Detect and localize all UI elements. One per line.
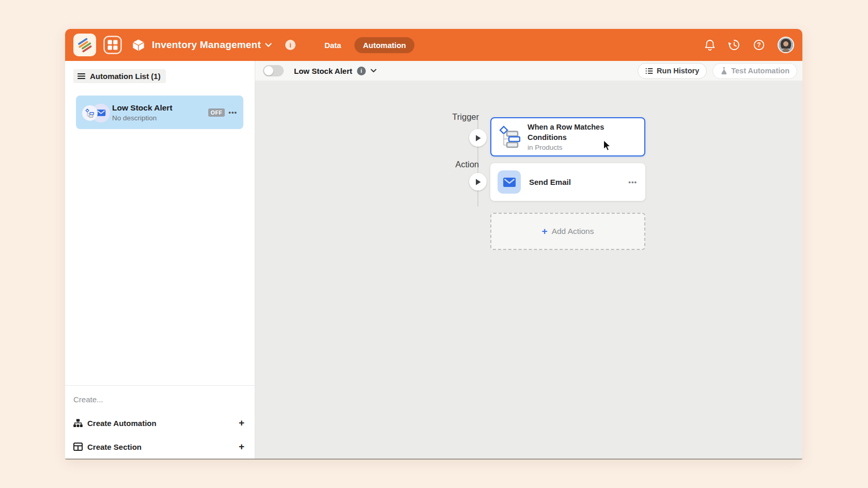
header-right-icons: ? [704,37,794,53]
automation-name: Low Stock Alert [294,67,352,75]
header-tabs: Data Automation [316,37,414,53]
hamburger-icon [78,73,85,80]
trigger-label: Trigger [417,112,479,122]
play-icon [475,178,482,186]
add-actions-label: Add Actions [552,227,594,236]
plus-icon: + [239,417,244,429]
base-cube-icon [131,38,146,52]
automation-item-right: OFF ••• [208,108,237,117]
sidebar: Automation List (1) [65,61,255,459]
sidebar-spacer [65,129,255,385]
sidebar-header: Automation List (1) [65,61,255,88]
action-label: Action [417,160,479,169]
run-action-button[interactable] [469,173,487,191]
flask-icon [720,67,727,75]
item-more-options-icon[interactable]: ••• [228,108,237,116]
email-icon-tile [498,170,521,194]
create-automation-button[interactable]: Create Automation + [73,411,246,435]
app-window: Inventory Management i Data Automation ? [65,29,802,460]
run-history-button[interactable]: Run History [638,63,707,79]
tab-data[interactable]: Data [316,37,350,53]
chevron-down-icon [265,43,272,48]
workspace-grid-button[interactable] [102,35,123,55]
envelope-icon [503,177,516,187]
create-section-label: Create Section [87,443,142,451]
automation-item-description: No description [112,114,208,122]
plus-icon: + [239,441,244,452]
svg-text:?: ? [757,41,761,49]
test-automation-button[interactable]: Test Automation [712,63,797,79]
canvas-toolbar: Low Stock Alert i [255,61,802,81]
create-label: Create... [73,392,246,411]
add-actions-button[interactable]: + Add Actions [490,213,645,250]
automation-item-text: Low Stock Alert No description [112,103,208,122]
automation-canvas: Low Stock Alert i [255,61,802,459]
help-icon[interactable]: ? [753,39,765,51]
create-automation-label: Create Automation [87,419,157,428]
row-condition-icon [85,108,95,118]
test-automation-label: Test Automation [731,67,789,75]
trigger-card-text: When a Row Matches Conditions in Product… [528,122,615,151]
history-icon[interactable] [728,39,740,51]
send-email-card[interactable]: Send Email ••• [490,163,645,201]
avatar[interactable] [778,37,794,53]
condition-circle [82,105,98,121]
trigger-card-subtitle: in Products [528,144,615,151]
top-header: Inventory Management i Data Automation ? [65,29,802,61]
app-logo[interactable] [73,34,96,56]
automation-enable-toggle[interactable] [263,65,284,76]
app-logo-icon [77,37,92,53]
avatar-portrait [779,38,793,52]
main-area: Automation List (1) [65,61,802,459]
row-condition-icon [499,125,520,148]
sidebar-create-section: Create... Create Automation + [65,385,255,459]
grid-icon [103,35,122,55]
plus-icon: + [542,226,548,237]
automation-info-icon[interactable]: i [357,67,366,75]
flow-area: Trigger When a Row Matches [255,81,802,459]
mouse-cursor-icon [603,140,612,151]
trigger-card[interactable]: When a Row Matches Conditions in Product… [490,117,645,156]
play-icon [475,134,482,142]
automation-list-label: Automation List (1) [90,72,161,81]
page-title: Inventory Management [152,39,261,51]
base-title[interactable]: Inventory Management [152,39,272,51]
base-info-icon[interactable]: i [285,40,296,50]
status-badge: OFF [208,108,225,117]
bell-icon[interactable] [704,39,716,51]
automation-item-title: Low Stock Alert [112,103,208,113]
create-section-button[interactable]: Create Section + [73,435,246,459]
trigger-card-title: When a Row Matches Conditions [528,122,615,143]
table-icon [73,443,83,451]
sitemap-icon [73,419,83,428]
run-history-label: Run History [657,67,699,75]
toggle-knob [264,66,273,75]
automation-list-item[interactable]: Low Stock Alert No description OFF ••• [76,96,243,129]
run-trigger-button[interactable] [469,129,487,147]
tab-automation[interactable]: Automation [354,37,414,53]
chevron-down-icon[interactable] [370,69,377,73]
automation-list-header[interactable]: Automation List (1) [73,69,166,83]
run-history-icon [645,68,653,74]
action-card-title: Send Email [529,178,620,186]
action-more-options-icon[interactable]: ••• [628,178,637,186]
toolbar-buttons: Run History Test Automation [638,63,797,79]
automation-item-icons [82,103,112,122]
